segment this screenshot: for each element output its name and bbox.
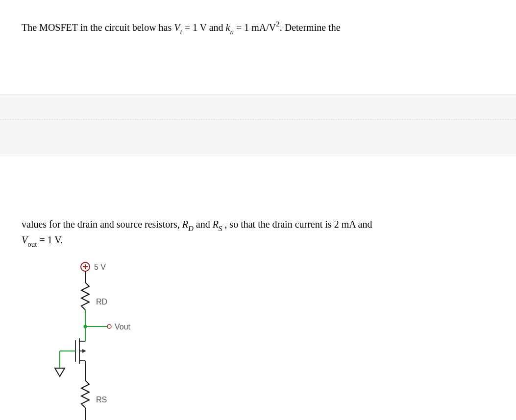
vout-terminal-icon <box>107 325 111 328</box>
text: = 1 V and <box>185 22 226 33</box>
resistor-rd <box>81 282 89 310</box>
RD-symbol: R <box>182 219 188 230</box>
Vout-sub: out <box>27 240 37 248</box>
RD-sub: D <box>188 225 194 233</box>
text: . Determine the <box>280 22 341 33</box>
squared: 2 <box>276 20 280 28</box>
resistor-rs <box>81 380 89 408</box>
nmos-transistor-icon <box>60 338 86 364</box>
Vt-symbol: V <box>174 22 180 33</box>
RS-sub: S <box>219 225 222 233</box>
RS-symbol: R <box>213 219 219 230</box>
problem-line-1: The MOSFET in the circuit below has Vt =… <box>22 20 494 36</box>
svg-marker-7 <box>82 349 86 353</box>
vdd-label: 5 V <box>94 263 106 271</box>
text: , so that the drain current is 2 mA and <box>224 219 372 230</box>
ground-icon <box>55 368 65 376</box>
problem-line-2: values for the drain and source resistor… <box>22 218 494 233</box>
text: The MOSFET in the circuit below has <box>22 22 174 33</box>
rd-label: RD <box>96 298 107 306</box>
vout-label: Vout <box>115 323 131 331</box>
page-break-band <box>0 94 516 154</box>
circuit-diagram: 5 V RD Vout <box>22 258 494 420</box>
circuit-svg: 5 V RD Vout <box>22 258 169 420</box>
rs-label: RS <box>96 396 107 404</box>
svg-marker-10 <box>55 368 65 376</box>
Vout-symbol: V <box>22 234 27 245</box>
kn-sub: n <box>230 28 234 36</box>
text: = 1 mA/V <box>236 22 276 33</box>
vdd-supply-icon <box>81 262 90 271</box>
Vt-sub: t <box>180 28 182 36</box>
text: values for the drain and source resistor… <box>22 219 182 230</box>
problem-line-3: Vout = 1 V. <box>22 233 494 248</box>
text: and <box>196 219 213 230</box>
text: = 1 V. <box>39 234 63 245</box>
